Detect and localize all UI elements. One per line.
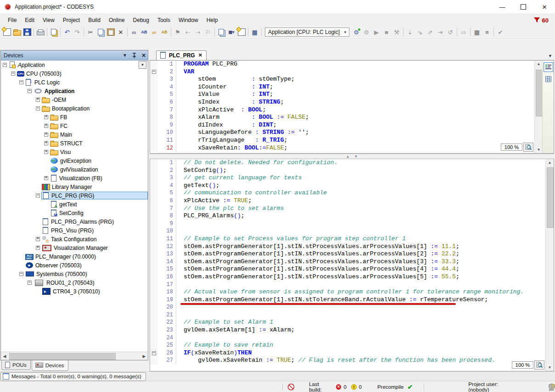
scroll-down-icon[interactable]: ▼	[548, 364, 552, 371]
tree-item-bootapplication[interactable]: −Bootapplication	[1, 104, 148, 113]
menu-tools[interactable]: Tools	[153, 15, 174, 25]
tree-item-cpu-705003[interactable]: −CPU (705003)	[1, 69, 148, 78]
toolbar-step-out-button[interactable]: ⇗	[425, 28, 435, 37]
declaration-code-line[interactable]: 8 xAlarm : BOOL := FALSE;	[150, 114, 554, 121]
declaration-code-line[interactable]: 9 diIndex : DINT;	[150, 121, 554, 129]
toolbar-step-into-button[interactable]: ⇘	[415, 28, 425, 37]
implementation-code-line[interactable]: 6xPlcActive := TRUE;	[150, 197, 554, 205]
toolbar-print-button[interactable]	[35, 28, 45, 37]
hscroll-thumb[interactable]	[9, 353, 116, 360]
resize-grip[interactable]	[549, 386, 554, 391]
implementation-code-line[interactable]: 13stOem.astProgramGenerator[1].stIN.stPr…	[150, 250, 554, 258]
toolbar-flow-control-button[interactable]: ▦	[472, 28, 482, 37]
toolbar-breakpoints-button[interactable]: ⚒	[392, 28, 402, 37]
maximize-button[interactable]	[513, 0, 534, 14]
tree-item-rou01-2-705043[interactable]: −ROU01_2 (705043)	[1, 278, 148, 287]
view-tab-pous[interactable]: POUs	[1, 360, 31, 370]
splitter-up-icon[interactable]: ▲	[346, 155, 350, 159]
toolbar-start-button[interactable]: ▶	[371, 28, 381, 37]
implementation-code-line[interactable]: 3// get current language for texts	[150, 174, 554, 182]
implementation-code-line[interactable]: 2SetConfig();	[150, 167, 554, 175]
menu-debug[interactable]: Debug	[129, 15, 153, 25]
tree-item-prg-visu-prg[interactable]: PRG_Visu (PRG)	[1, 226, 148, 235]
filter-funnel-icon[interactable]	[533, 17, 540, 23]
toolbar-logout-button[interactable]: ⚙	[361, 28, 371, 37]
tree-item-struct[interactable]: +STRUCT	[1, 139, 148, 148]
minimize-button[interactable]: —	[492, 0, 513, 14]
toolbar-undo-button[interactable]: ↶	[62, 28, 72, 37]
toolbar-stop-button[interactable]: ■	[381, 28, 392, 37]
panel-close-icon[interactable]: ✕	[141, 52, 146, 59]
implementation-code-line[interactable]: 18// Actual value from sensor is assigne…	[150, 288, 554, 296]
view-tab-devices[interactable]: Devices	[32, 360, 68, 371]
tab-close-icon[interactable]: ✕	[198, 52, 202, 58]
tree-item-plc-logic[interactable]: −PLC Logic	[1, 78, 148, 87]
tree-item-task-configuration[interactable]: +Task Configuration	[1, 235, 148, 243]
toolbar-new-project-button[interactable]	[2, 28, 12, 37]
declaration-code-line[interactable]: 10 sLanguageBefore : STRING := '';	[150, 129, 554, 137]
implementation-code-line[interactable]: 11// Example to set Process values for p…	[150, 235, 554, 243]
implementation-code-line[interactable]: 10	[150, 227, 554, 235]
declaration-editor[interactable]: ▲ ▼ 100 % 1PR	[150, 61, 554, 154]
expand-icon[interactable]: +	[44, 115, 48, 119]
tree-item-plc-prg-prg[interactable]: −PLC_PRG (PRG)	[1, 191, 148, 200]
implementation-code-line[interactable]: 5// communication to controller availabl…	[150, 189, 554, 197]
toolbar-set-next-statement-button[interactable]: ⇨	[459, 28, 469, 37]
expand-icon[interactable]: +	[44, 133, 48, 137]
collapse-icon[interactable]: −	[28, 89, 32, 93]
menu-project[interactable]: Project	[59, 15, 84, 25]
declaration-code-line[interactable]: 12 xSaveRetain: BOOL:=FALSE;	[150, 144, 554, 152]
toolbar-replace-in-project-button[interactable]: AB	[159, 28, 169, 37]
declaration-code-line[interactable]: 7 xPlcActive : BOOL;	[150, 106, 554, 114]
implementation-code-line[interactable]: 20	[150, 304, 554, 311]
implementation-code-line[interactable]: 1// Do not delete. Needed for configurat…	[150, 159, 554, 167]
tree-root-dropdown-icon[interactable]: ▼	[139, 61, 146, 69]
fold-collapse-icon[interactable]: −	[152, 70, 156, 74]
tree-item-main[interactable]: +Main	[1, 130, 148, 139]
toolbar-display-mode-button[interactable]: ≡	[482, 28, 492, 37]
implementation-editor[interactable]: ▲ ▼ 100 % 1// Do not delete. Needed for …	[150, 159, 554, 371]
toolbar-static-analysis-button[interactable]: ✔	[495, 28, 505, 37]
tree-item-visualization-fb[interactable]: +Visualization (FB)	[1, 174, 148, 182]
toolbar-new-pou-button[interactable]	[236, 28, 247, 37]
expand-icon[interactable]: +	[36, 237, 40, 241]
implementation-code-line[interactable]: 7// Use the plc to set alarms	[150, 205, 554, 213]
declaration-code-line[interactable]: −2VAR	[150, 68, 554, 76]
toolbar-toggle-bookmark-button[interactable]: ⚑	[173, 28, 183, 37]
expand-icon[interactable]: +	[44, 124, 48, 128]
declaration-code-line[interactable]: 6 sIndex : STRING;	[150, 99, 554, 106]
toolbar-find-in-project-button[interactable]: ∞	[149, 28, 159, 37]
tree-item-ctr04-3-705010[interactable]: CTR04_3 (705010)	[1, 287, 148, 296]
toolbar-previous-bookmark-button[interactable]: ⇠	[183, 28, 193, 37]
declaration-code-line[interactable]: 1PROGRAM PLC_PRG	[150, 61, 554, 68]
toolbar-login-button[interactable]: ⚙	[351, 28, 361, 37]
implementation-code-line[interactable]: 22// Example to set Alarm 1	[150, 319, 554, 326]
toolbar-reset-warm-button[interactable]: ↺	[445, 28, 455, 37]
menu-online[interactable]: Online	[105, 15, 129, 25]
toolbar-delete-button[interactable]: ✕	[116, 28, 126, 37]
messages-panel-tab[interactable]: Messages - Total 0 error(s), 0 warning(s…	[0, 372, 146, 381]
toolbar-redo-button[interactable]: ↷	[72, 28, 82, 37]
declaration-code-line[interactable]: 3 stOem : stOemType;	[150, 76, 554, 83]
declaration-code-line[interactable]: 4 iCounter : INT;	[150, 83, 554, 91]
toolbar-next-bookmark-button[interactable]: ⇢	[193, 28, 203, 37]
menu-build[interactable]: Build	[84, 15, 105, 25]
implementation-code-line[interactable]: 9	[150, 220, 554, 228]
implementation-code-line[interactable]: 17	[150, 281, 554, 289]
expand-icon[interactable]: +	[36, 98, 40, 102]
expand-icon[interactable]: +	[44, 176, 48, 180]
tree-item-library-manager[interactable]: Library Manager	[1, 182, 148, 191]
menu-file[interactable]: File	[4, 15, 21, 25]
collapse-icon[interactable]: −	[11, 72, 15, 76]
toolbar-run-to-cursor-button[interactable]: ⇥	[435, 28, 445, 37]
project-user[interactable]: Project user: (nobody)	[468, 381, 518, 392]
menu-edit[interactable]: Edit	[21, 15, 39, 25]
scroll-left-icon[interactable]: ◀	[1, 354, 8, 359]
expand-icon[interactable]: +	[44, 141, 48, 145]
tab-plc-prg[interactable]: PLC_PRG ✕	[156, 50, 207, 60]
implementation-code-line[interactable]: 12stOem.astProgramGenerator[1].stIN.stPr…	[150, 243, 554, 251]
implementation-code-line[interactable]: −26IF(xSaveRetain)THEN	[150, 349, 554, 357]
close-button[interactable]: ✕	[534, 0, 555, 14]
collapse-icon[interactable]: −	[3, 63, 7, 67]
toolbar-find-button[interactable]: ∞	[129, 28, 139, 37]
